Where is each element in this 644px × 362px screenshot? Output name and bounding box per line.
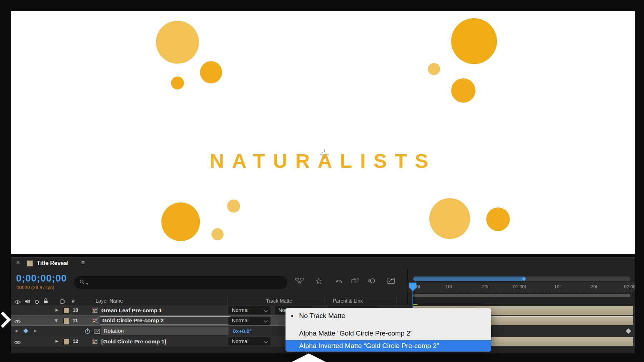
layer-visibility-eye-icon[interactable]: [14, 319, 21, 325]
video-column-eye-icon: [14, 299, 21, 305]
frame-blending-icon[interactable]: [351, 278, 361, 285]
previous-keyframe-icon[interactable]: ◀: [15, 329, 18, 333]
ruler-label: 10f: [438, 284, 459, 289]
shy-layers-icon[interactable]: [335, 278, 345, 285]
menu-item-no-track-matte[interactable]: • No Track Matte: [286, 310, 491, 322]
close-tab-icon[interactable]: ×: [16, 259, 20, 266]
parent-link-column-header[interactable]: Parent & Link: [312, 298, 384, 304]
lock-column-icon: [44, 298, 48, 305]
precomp-layer-icon: [92, 318, 98, 324]
graph-editor-icon[interactable]: [387, 278, 397, 285]
layer-search-box[interactable]: [74, 276, 287, 289]
chevron-down-icon: [264, 339, 268, 343]
graph-icon[interactable]: [94, 329, 100, 335]
column-header-row: # Layer Name Track Matte Parent & Link: [11, 296, 407, 306]
number-column-header: #: [72, 298, 75, 304]
layer-name[interactable]: [Gold Circle Pre-comp 1]: [101, 338, 166, 345]
pan-behind-cursor-icon: [319, 149, 330, 161]
draft-3d-icon[interactable]: [315, 278, 325, 285]
solo-column-icon: [35, 299, 39, 305]
collapse-arrow-icon[interactable]: ▼: [55, 318, 58, 323]
app-window: NATURALISTS × Title Reveal ≡ 0;00;00;00 …: [0, 0, 644, 362]
layer-number: 11: [73, 318, 82, 323]
blend-mode-dropdown[interactable]: Normal: [228, 317, 270, 325]
decorative-circle: [156, 21, 199, 64]
decorative-circle: [200, 61, 222, 83]
search-input[interactable]: [91, 278, 282, 287]
ruler-label: 02:00f: [620, 284, 635, 289]
decorative-circle: [486, 207, 510, 231]
composition-flowchart-icon[interactable]: [295, 278, 304, 285]
decorative-circle: [211, 228, 224, 240]
layer-color-swatch[interactable]: [63, 339, 69, 345]
comp-tab-title[interactable]: Title Reveal: [37, 260, 69, 266]
white-cursor-triangle: [292, 353, 326, 362]
decorative-circle: [227, 200, 240, 212]
menu-item-alpha-inverted-matte[interactable]: Alpha Inverted Matte “Gold Circle Pre-co…: [286, 340, 491, 352]
layer-color-swatch[interactable]: [63, 318, 69, 324]
decorative-circle: [161, 202, 200, 241]
layer-name[interactable]: Grean Leaf Pre-comp 1: [101, 307, 162, 314]
keyframe-diamond-icon[interactable]: [626, 328, 631, 334]
layer-color-swatch[interactable]: [63, 308, 69, 314]
chevron-down-icon: [264, 318, 268, 322]
chevron-down-icon: [264, 308, 268, 312]
rotation-value[interactable]: 0x+0.0°: [233, 328, 252, 334]
search-options-caret-icon[interactable]: [86, 283, 89, 285]
ruler-label: 01:00f: [509, 284, 530, 289]
ruler-label: 10f: [547, 284, 568, 289]
property-name[interactable]: Rotation: [101, 327, 229, 335]
decorative-circle: [171, 77, 184, 89]
ruler-label: 20f: [474, 284, 496, 289]
audio-column-speaker-icon: [25, 299, 30, 305]
layer-number: 10: [73, 307, 82, 313]
layer-name-column-header[interactable]: Layer Name: [96, 298, 123, 304]
expand-arrow-icon[interactable]: ▶: [55, 308, 58, 312]
blend-mode-dropdown[interactable]: Normal: [228, 337, 270, 346]
track-matte-context-menu: • No Track Matte Alpha Matte “Gold Circl…: [286, 308, 491, 352]
precomp-layer-icon: [92, 339, 98, 345]
horizontal-scrollbar[interactable]: [413, 294, 630, 297]
precomp-layer-icon: [92, 308, 98, 314]
expand-arrow-icon[interactable]: ▶: [55, 339, 58, 343]
composition-viewer[interactable]: NATURALISTS: [11, 11, 635, 254]
stopwatch-icon[interactable]: [85, 328, 90, 336]
next-keyframe-icon[interactable]: ▶: [34, 329, 37, 333]
blend-mode-dropdown[interactable]: Normal: [228, 306, 270, 314]
label-column-tag-icon: [60, 299, 65, 305]
layer-number: 12: [73, 338, 82, 344]
selected-bullet-icon: •: [291, 310, 293, 322]
decorative-circle: [451, 78, 475, 103]
panel-expand-chevron-icon[interactable]: [0, 312, 11, 328]
decorative-circle: [451, 18, 497, 64]
panel-menu-icon[interactable]: ≡: [81, 259, 85, 266]
search-icon: [79, 279, 85, 285]
decorative-circle: [428, 63, 440, 75]
ruler-ticks: [413, 291, 635, 293]
decorative-circle: [429, 198, 470, 239]
ruler-label: 20f: [583, 284, 605, 289]
current-timecode[interactable]: 0;00;00;00: [16, 273, 67, 284]
selected-layer-name[interactable]: Gold Circle Pre-comp 2: [100, 316, 230, 324]
time-ruler[interactable]: 0:00f 10f 20f 01:00f 10f 20f 02:00f: [408, 282, 635, 293]
comp-color-swatch: [27, 260, 33, 266]
layer-visibility-eye-icon[interactable]: [14, 339, 21, 346]
track-matte-column-header[interactable]: Track Matte: [243, 298, 315, 304]
menu-item-alpha-matte[interactable]: Alpha Matte “Gold Circle Pre-comp 2”: [286, 328, 491, 339]
frame-rate-label: 00000 (29.97 fps): [16, 285, 54, 290]
motion-blur-icon[interactable]: [367, 278, 377, 285]
add-keyframe-icon[interactable]: [23, 328, 28, 333]
